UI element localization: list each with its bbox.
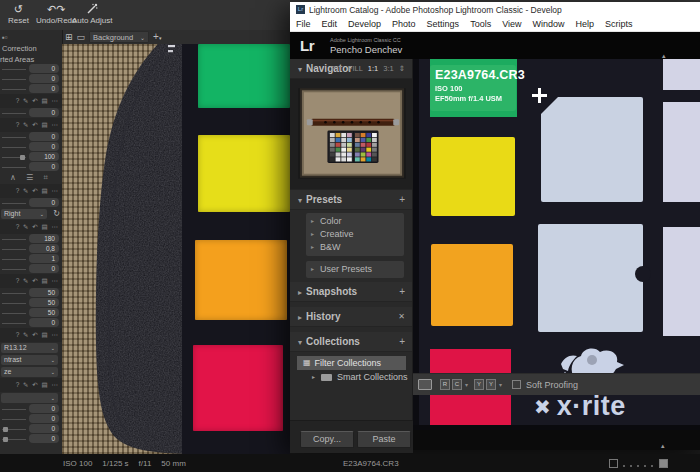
- chevron-down-icon[interactable]: ▾: [499, 381, 502, 388]
- smart-collections-row[interactable]: ▸ Smart Collections: [290, 370, 412, 384]
- menu-item-edit[interactable]: Edit: [322, 19, 338, 29]
- adjustment-dropdown[interactable]: R13.12⌄: [0, 342, 62, 354]
- adjustment-slider-row[interactable]: 0: [0, 424, 62, 434]
- copy-button[interactable]: Copy...: [300, 431, 354, 448]
- layer-select[interactable]: Background ⌄: [89, 31, 149, 43]
- history-header[interactable]: ▸History ✕: [290, 307, 412, 327]
- preset-item-creative[interactable]: ▸Creative: [306, 228, 404, 241]
- collections-header[interactable]: ▾Collections +: [290, 332, 412, 352]
- undo-icon: ↶: [47, 3, 56, 15]
- menu-item-develop[interactable]: Develop: [348, 19, 381, 29]
- navigator-header[interactable]: ▾Navigator FITFILL1:13:1⇕: [290, 59, 412, 79]
- menu-item-file[interactable]: File: [296, 19, 311, 29]
- adjustment-value-row[interactable]: 0: [0, 414, 62, 424]
- adjustment-dropdown[interactable]: ze⌄: [0, 366, 62, 378]
- identity-app-line: Adobe Lightroom Classic CC: [330, 37, 401, 43]
- pager-dot[interactable]: [623, 465, 625, 467]
- snapshots-add-icon[interactable]: +: [399, 282, 405, 301]
- auto-adjust-button[interactable]: Auto Adjust: [72, 3, 112, 25]
- lr-titlebar[interactable]: Lr Lightroom Catalog - Adobe Photoshop L…: [290, 2, 700, 17]
- triangle-right-icon: ▸: [312, 370, 315, 384]
- snapshots-header[interactable]: ▸Snapshots +: [290, 282, 412, 302]
- menu-item-scripts[interactable]: Scripts: [605, 19, 633, 29]
- menu-item-tools[interactable]: Tools: [470, 19, 491, 29]
- reference-view-icon-1[interactable]: R: [440, 379, 450, 390]
- lr-identity-plate: Lr Adobe Lightroom Classic CC Pencho Den…: [290, 32, 700, 59]
- bg-photo-view[interactable]: [62, 44, 290, 454]
- zoom-option-31[interactable]: 3:1: [383, 64, 393, 73]
- collections-add-icon[interactable]: +: [399, 332, 405, 351]
- reset-icon: ↺: [14, 3, 23, 16]
- adjustment-dropdown[interactable]: Right⌄↻: [0, 208, 62, 220]
- exif-shutter: 1/125 s: [102, 459, 128, 468]
- loupe-view-icon[interactable]: [418, 379, 432, 390]
- filmstrip-collapse-icon[interactable]: ▴: [661, 443, 665, 449]
- filter-collections-row[interactable]: ▦ Filter Collections: [297, 356, 406, 370]
- adjustment-value-row[interactable]: 0: [0, 74, 62, 84]
- menu-item-window[interactable]: Window: [533, 19, 565, 29]
- adjustment-value-row[interactable]: 0: [0, 162, 62, 172]
- adjustment-value-row[interactable]: 180: [0, 234, 62, 244]
- pager-last-icon[interactable]: [659, 459, 668, 468]
- pager-dot[interactable]: [637, 465, 639, 467]
- adjustment-value-row[interactable]: 0: [0, 264, 62, 274]
- navigator-preview[interactable]: [290, 79, 412, 190]
- pager-first-icon[interactable]: [609, 459, 618, 468]
- tool-header-icons: ? ✎ ↶ ▤ ⋯: [0, 220, 62, 234]
- adjustment-value-row[interactable]: 0: [0, 132, 62, 142]
- navigator-zoom-options: FITFILL1:13:1⇕: [327, 59, 405, 78]
- undo-redo-button[interactable]: ↶↷ Undo/Redo: [36, 3, 76, 25]
- pager-dots[interactable]: [620, 461, 656, 470]
- before-after-icon-1[interactable]: Y: [474, 379, 484, 390]
- tool-header-icons: ? ✎ ↶ ▤ ⋯: [0, 184, 62, 198]
- pager-dot[interactable]: [651, 465, 653, 467]
- adjustment-dropdown[interactable]: ntrast⌄: [0, 354, 62, 366]
- zoom-option-fill[interactable]: FILL: [348, 64, 363, 73]
- reference-view-icon-2[interactable]: C: [452, 379, 462, 390]
- presets-header[interactable]: ▾Presets +: [290, 190, 412, 210]
- adjustment-dropdown[interactable]: ⌄: [0, 392, 62, 404]
- triangle-right-icon: ▸: [298, 313, 302, 322]
- chevron-down-icon[interactable]: ▾: [465, 381, 468, 388]
- menu-item-help[interactable]: Help: [576, 19, 595, 29]
- filter-collections-icon: ▦: [303, 356, 311, 370]
- preset-item-bw[interactable]: ▸B&W: [306, 241, 404, 254]
- adjustment-value-row[interactable]: 0,8: [0, 244, 62, 254]
- soft-proofing-checkbox[interactable]: [512, 380, 521, 389]
- grid-view-icon[interactable]: ⊞: [65, 31, 73, 43]
- adjustment-value-row[interactable]: 50: [0, 288, 62, 298]
- adjustment-slider-row[interactable]: 100: [0, 152, 62, 162]
- menu-item-settings[interactable]: Settings: [427, 19, 460, 29]
- presets-add-icon[interactable]: +: [399, 190, 405, 209]
- preset-item-color[interactable]: ▸Color: [306, 215, 404, 228]
- adjustment-value-row[interactable]: 0: [0, 108, 62, 118]
- history-clear-icon[interactable]: ✕: [398, 307, 405, 326]
- pager-dot[interactable]: [644, 465, 646, 467]
- adjustment-value-row[interactable]: 1: [0, 254, 62, 264]
- menu-item-photo[interactable]: Photo: [392, 19, 416, 29]
- adjustment-value-row[interactable]: 0: [0, 64, 62, 74]
- alignment-icons[interactable]: ∧ ☰ ⌗: [0, 172, 62, 184]
- add-layer-icon[interactable]: +▾: [153, 31, 161, 44]
- adjustment-value-row[interactable]: 0: [0, 404, 62, 414]
- adjustment-value-row[interactable]: 50: [0, 308, 62, 318]
- adjustment-slider-row[interactable]: 0: [0, 434, 62, 444]
- panel-tool-icons[interactable]: ▪▫: [2, 33, 8, 42]
- zoom-option-fit[interactable]: FIT: [332, 64, 343, 73]
- triangle-down-icon: ▾: [298, 196, 302, 205]
- adjustment-value-row[interactable]: 0: [0, 142, 62, 152]
- before-after-icon-2[interactable]: Y: [486, 379, 496, 390]
- adjustment-value-row[interactable]: 0: [0, 198, 62, 208]
- pager-dot[interactable]: [630, 465, 632, 467]
- single-view-icon[interactable]: ▭: [77, 31, 86, 43]
- adjustment-value-row[interactable]: 50: [0, 298, 62, 308]
- zoom-ratio-updown-icon[interactable]: ⇕: [399, 64, 405, 73]
- zoom-option-11[interactable]: 1:1: [368, 64, 378, 73]
- menu-item-view[interactable]: View: [502, 19, 521, 29]
- adjustment-value-row[interactable]: 0: [0, 84, 62, 94]
- preset-item-user-presets[interactable]: ▸ User Presets: [306, 263, 404, 276]
- reset-button[interactable]: ↺ Reset: [8, 3, 29, 25]
- photo-swatch-yellow: [431, 137, 515, 216]
- paste-button[interactable]: Paste: [357, 431, 411, 448]
- adjustment-value-row[interactable]: 0: [0, 318, 62, 328]
